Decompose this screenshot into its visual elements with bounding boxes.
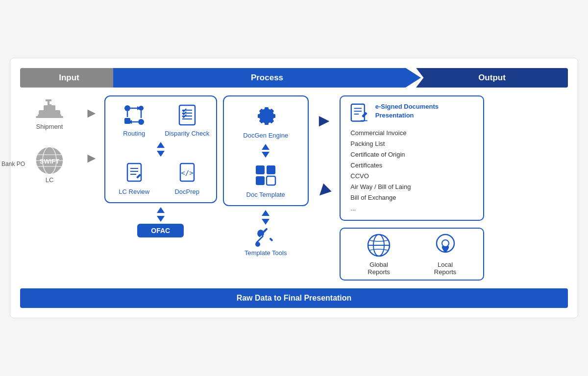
docprep-item: </> DocPrep xyxy=(163,162,211,195)
svg-text:</>: </> xyxy=(181,169,193,177)
svg-marker-47 xyxy=(262,219,270,225)
sync-icon-mid xyxy=(151,142,171,157)
esigned-icon xyxy=(348,102,370,125)
output-list-item: Certificates xyxy=(350,160,475,171)
svg-rect-3 xyxy=(46,99,51,101)
svg-rect-43 xyxy=(267,165,275,174)
svg-marker-38 xyxy=(157,207,165,213)
doc-template-icon xyxy=(253,163,278,188)
output-list-item: Air Way / Bill of Laing xyxy=(350,182,475,192)
output-list-item: ... xyxy=(350,203,475,214)
local-reports-label: LocalReports xyxy=(434,261,457,276)
disparity-item: Disparity Check xyxy=(163,103,211,137)
svg-point-48 xyxy=(255,242,260,247)
svg-marker-30 xyxy=(157,151,165,157)
docgen-box: DocGen Engine xyxy=(223,95,309,206)
sync-icon-tools xyxy=(256,210,275,225)
diagram-wrapper: Input Process Output xyxy=(10,58,578,319)
reports-box: GlobalReports LocalReports xyxy=(340,228,484,281)
global-reports-label: GlobalReports xyxy=(368,261,390,276)
docgen-section: DocGen Engine xyxy=(223,95,309,257)
banner-input-label: Input xyxy=(59,73,79,83)
esigned-box: e-Signed Documents Presentation Commerci… xyxy=(340,95,484,221)
location-icon xyxy=(433,233,458,258)
sync-arrows-mid xyxy=(110,142,211,157)
docprep-label: DocPrep xyxy=(174,188,199,195)
disparity-icon xyxy=(175,103,199,127)
svg-rect-24 xyxy=(179,105,195,125)
disparity-label: Disparity Check xyxy=(165,130,209,137)
svg-rect-31 xyxy=(127,164,141,181)
lc-review-icon xyxy=(122,162,146,185)
svg-marker-46 xyxy=(262,210,270,216)
bank-po-label: Bank PO xyxy=(1,161,25,167)
arrow-lc: ► xyxy=(85,150,98,166)
lc-review-item: LC Review xyxy=(110,162,158,195)
shipment-item: Shipment xyxy=(20,95,79,130)
template-tools-section: Template Tools xyxy=(245,210,287,257)
lc-label: LC xyxy=(46,176,54,184)
routing-label: Routing xyxy=(123,130,145,137)
svg-rect-50 xyxy=(269,237,273,241)
svg-rect-51 xyxy=(351,104,365,121)
routing-item: Routing xyxy=(110,103,158,137)
input-arrows: ► ► xyxy=(85,95,98,166)
bottom-banner: Raw Data to Final Presentation xyxy=(20,288,568,308)
top-banner: Input Process Output xyxy=(20,68,568,88)
doc-template-label: Doc Template xyxy=(246,191,285,198)
lc-review-label: LC Review xyxy=(119,188,149,195)
banner-process-label: Process xyxy=(251,73,283,83)
esigned-top: e-Signed Documents Presentation xyxy=(348,102,475,125)
docprep-icon: </> xyxy=(175,162,199,185)
output-list-item: Packing List xyxy=(350,139,475,149)
svg-rect-5 xyxy=(36,116,63,118)
process-section: Routing Disparity Chec xyxy=(104,95,217,237)
ofac-button[interactable]: OFAC xyxy=(137,224,184,237)
main-content: Shipment Bank PO SWIFT LC xyxy=(20,95,568,281)
svg-rect-42 xyxy=(256,165,265,174)
ship-icon xyxy=(34,95,65,120)
template-tools-label: Template Tools xyxy=(245,249,287,257)
output-list-item: Bill of Exchange xyxy=(350,192,475,203)
svg-point-17 xyxy=(138,119,144,125)
banner-process: Process xyxy=(113,68,421,88)
sync-icon-docgen xyxy=(256,144,275,158)
svg-marker-41 xyxy=(262,152,270,158)
shipment-label: Shipment xyxy=(36,123,63,130)
process-box: Routing Disparity Chec xyxy=(104,95,217,203)
svg-point-14 xyxy=(124,105,130,111)
banner-output-label: Output xyxy=(478,73,506,83)
svg-rect-44 xyxy=(256,176,265,185)
arrow-to-esigned: ► xyxy=(316,110,333,131)
output-list-item: Certificate of Origin xyxy=(350,149,475,160)
output-list-item: CCVO xyxy=(350,171,475,182)
globe-icon xyxy=(366,233,392,258)
footer-label: Raw Data to Final Presentation xyxy=(237,294,352,302)
gear-icon xyxy=(253,103,278,129)
doc-template-item: Doc Template xyxy=(246,163,285,198)
arrow-to-reports: ▼ xyxy=(310,176,339,205)
svg-point-61 xyxy=(442,240,449,247)
svg-rect-45 xyxy=(267,176,275,185)
swift-icon: SWIFT xyxy=(34,145,65,176)
output-list-item: Commercial Invoice xyxy=(350,128,475,139)
docgen-engine-item: DocGen Engine xyxy=(243,103,288,139)
output-arrows: ► ▼ xyxy=(315,95,334,202)
arrow-ship: ► xyxy=(85,105,98,121)
output-column: e-Signed Documents Presentation Commerci… xyxy=(340,95,484,281)
docgen-separator xyxy=(256,144,275,158)
svg-marker-39 xyxy=(157,216,165,222)
ofac-section: OFAC xyxy=(137,207,184,237)
output-list: Commercial InvoicePacking ListCertificat… xyxy=(348,128,475,214)
svg-rect-6 xyxy=(49,104,51,108)
banner-output: Output xyxy=(416,68,568,88)
lc-item: Bank PO SWIFT LC xyxy=(20,145,79,184)
svg-marker-29 xyxy=(157,142,165,148)
esigned-title: e-Signed Documents Presentation xyxy=(375,102,476,120)
sync-icon-ofac xyxy=(151,207,171,222)
local-reports-item: LocalReports xyxy=(433,233,458,276)
svg-rect-16 xyxy=(124,118,130,124)
svg-marker-40 xyxy=(262,144,270,150)
global-reports-item: GlobalReports xyxy=(366,233,392,276)
banner-input: Input xyxy=(20,68,118,88)
